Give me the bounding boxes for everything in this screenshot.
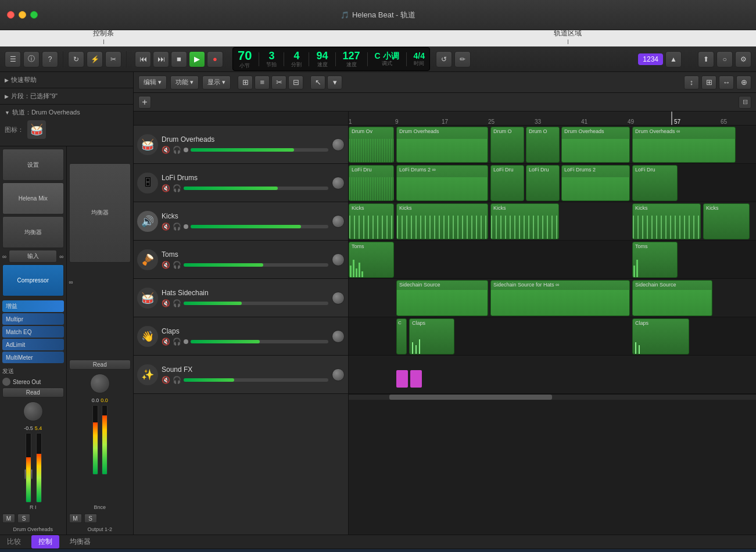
track-record-dot[interactable]	[184, 148, 188, 152]
read-btn-left[interactable]: Read	[2, 388, 64, 397]
track-mute-claps[interactable]: 🔇	[162, 338, 170, 346]
clip-soundfx-2[interactable]	[410, 370, 422, 388]
fast-forward-btn[interactable]: ⏭	[153, 51, 169, 67]
zoom-width-btn[interactable]: ↔	[719, 76, 734, 89]
play-btn[interactable]: ▶	[189, 51, 205, 67]
volume-knob-drum[interactable]	[332, 138, 345, 151]
clip-drum-3[interactable]: Drum O	[490, 127, 524, 163]
zoom-height-btn[interactable]: ↕	[684, 76, 699, 89]
help-btn[interactable]: ?	[42, 51, 58, 67]
track-dot-kicks[interactable]	[184, 224, 188, 229]
clip-lofi-4[interactable]: LoFi Dru	[526, 165, 560, 201]
close-button[interactable]	[7, 11, 15, 19]
midi-btn[interactable]: ⊟	[288, 76, 303, 89]
info-btn[interactable]: ⓘ	[23, 51, 40, 67]
redo-btn[interactable]: ✏	[454, 51, 471, 67]
tuner-icon[interactable]: ▲	[665, 51, 682, 67]
track-mute-icon[interactable]: 🔇	[162, 146, 170, 154]
clip-drum-2[interactable]: Drum Overheads	[396, 127, 488, 163]
volume-knob-toms[interactable]	[332, 253, 345, 266]
settings-button[interactable]: 设置	[2, 149, 64, 181]
scissors-btn[interactable]: ✂	[105, 51, 121, 67]
track-mute-soundfx[interactable]: 🔇	[162, 376, 170, 384]
plugin-gain[interactable]: 增益	[2, 300, 64, 312]
plugin-multipr[interactable]: Multipr	[2, 313, 64, 325]
volume-knob-lofi[interactable]	[332, 177, 345, 189]
clip-toms-1[interactable]: Toms	[349, 242, 394, 278]
plugin-multimeter[interactable]: MultiMeter	[2, 352, 64, 363]
catch-btn[interactable]: ⊟	[739, 96, 751, 109]
timeline-scrollbar[interactable]	[349, 394, 756, 400]
clip-lofi-6[interactable]: LoFi Dru	[632, 165, 678, 201]
track-headphone-toms[interactable]: 🎧	[173, 261, 181, 269]
plugin-adlimit[interactable]: AdLimit	[2, 339, 64, 350]
pan-knob-left[interactable]	[23, 402, 43, 421]
clip-kicks-3[interactable]: Kicks	[490, 203, 559, 239]
track-section[interactable]: ▼ 轨道：Drum Overheads	[5, 108, 128, 117]
clip-toms-2[interactable]: Toms	[632, 242, 678, 278]
settings-btn[interactable]: ⚙	[735, 51, 751, 67]
track-headphone-kicks[interactable]: 🎧	[173, 223, 181, 231]
list-view-btn[interactable]: ≡	[255, 76, 270, 89]
cycle-btn[interactable]: ↻	[68, 51, 84, 67]
stop-btn[interactable]: ■	[171, 51, 187, 67]
zoom-fit-btn[interactable]: ⊞	[701, 76, 716, 89]
edit-menu[interactable]: 编辑 ▾	[138, 76, 167, 89]
clip-hats-2[interactable]: Sidechain Source for Hats ∞	[490, 280, 630, 316]
track-headphone-soundfx[interactable]: 🎧	[173, 376, 181, 384]
send-toggle[interactable]	[2, 378, 10, 386]
record-btn[interactable]: ●	[207, 51, 223, 67]
track-headphone-hats[interactable]: 🎧	[173, 299, 181, 307]
solo-btn-left[interactable]: S	[17, 514, 30, 523]
track-fader-toms[interactable]	[184, 263, 328, 267]
track-fader-hats[interactable]	[184, 302, 328, 305]
track-headphone-lofi[interactable]: 🎧	[173, 184, 181, 192]
track-fader-drum[interactable]	[191, 148, 328, 152]
fullscreen-button[interactable]	[30, 11, 38, 19]
tab-eq[interactable]: 均衡器	[63, 535, 98, 549]
quick-help-section[interactable]: ▶ 快速帮助	[5, 76, 128, 84]
track-mute-hats[interactable]: 🔇	[162, 299, 170, 307]
compressor-btn[interactable]: Compressor	[2, 264, 64, 296]
track-headphone-claps[interactable]: 🎧	[173, 338, 181, 346]
clip-lofi-3[interactable]: LoFi Dru	[490, 165, 524, 201]
track-mute-kicks[interactable]: 🔇	[162, 223, 170, 231]
solo-btn-right[interactable]: S	[84, 514, 97, 523]
pan-knob-right[interactable]	[90, 374, 110, 393]
clip-kicks-1[interactable]: Kicks	[349, 203, 394, 239]
eq-btn[interactable]: 均衡器	[2, 216, 64, 248]
plugin-match-eq[interactable]: Match EQ	[2, 326, 64, 338]
zoom-in-btn[interactable]: ⊕	[736, 76, 751, 89]
track-fader-soundfx[interactable]	[184, 378, 328, 382]
volume-knob-kicks[interactable]	[332, 215, 345, 228]
minimize-button[interactable]	[19, 11, 26, 19]
clip-lofi-2[interactable]: LoFi Drums 2 ∞	[396, 165, 488, 201]
track-mute-toms[interactable]: 🔇	[162, 261, 170, 269]
read-btn-right[interactable]: Read	[69, 360, 131, 370]
preset-name[interactable]: Helena Mix	[2, 182, 64, 214]
clip-kicks-2[interactable]: Kicks	[396, 203, 488, 239]
clip-kicks-5[interactable]: Kicks	[703, 203, 750, 239]
clip-kicks-4[interactable]: Kicks	[632, 203, 701, 239]
clip-drum-5[interactable]: Drum Overheads	[561, 127, 630, 163]
share-btn[interactable]: ⬆	[698, 51, 714, 67]
clip-lofi-5[interactable]: LoFi Drums 2	[561, 165, 630, 201]
clip-claps-2[interactable]: Claps	[409, 318, 454, 354]
track-dot-claps[interactable]	[184, 339, 188, 344]
clip-soundfx-1[interactable]	[396, 370, 408, 388]
input-btn[interactable]: 输入	[9, 250, 57, 263]
clip-drum-1[interactable]: Drum Ov	[349, 127, 394, 163]
rewind-btn[interactable]: ⏮	[135, 51, 151, 67]
volume-knob-soundfx[interactable]	[332, 368, 345, 381]
clip-hats-3[interactable]: Sidechain Source	[632, 280, 712, 316]
mute-btn-left[interactable]: M	[2, 514, 15, 523]
volume-knob-hats[interactable]	[332, 292, 345, 304]
track-fader-kicks[interactable]	[191, 225, 328, 228]
track-headphone-icon[interactable]: 🎧	[173, 146, 181, 154]
tab-controls[interactable]: 控制	[31, 535, 59, 549]
mute-btn-right[interactable]: M	[69, 514, 82, 523]
library-btn[interactable]: ☰	[5, 51, 21, 67]
volume-knob-claps[interactable]	[332, 330, 345, 343]
tool-select[interactable]: ▾	[327, 76, 342, 89]
cursor-tool[interactable]: ↖	[310, 76, 325, 89]
